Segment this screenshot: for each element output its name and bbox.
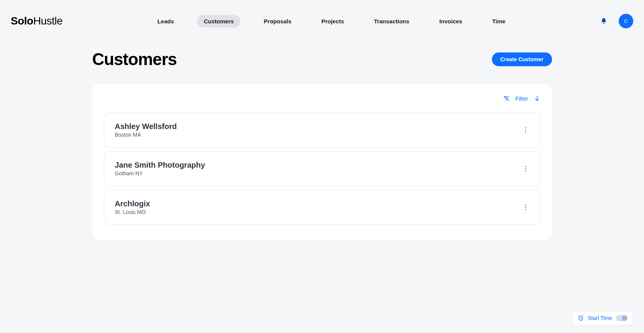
start-time-toggle[interactable] [616, 315, 628, 321]
customer-location: Boston MA [115, 132, 177, 138]
more-vertical-icon[interactable] [522, 126, 529, 134]
svg-point-1 [525, 129, 526, 131]
nav-transactions[interactable]: Transactions [367, 15, 416, 28]
customer-name: Ashley Wellsford [115, 122, 177, 131]
customer-info: Archlogix St. Louis MO [115, 199, 150, 215]
logo[interactable]: SoloHustle [11, 15, 62, 27]
customer-row[interactable]: Ashley Wellsford Boston MA [104, 113, 541, 147]
nav-time[interactable]: Time [485, 15, 513, 28]
svg-point-7 [525, 207, 526, 208]
customer-name: Archlogix [115, 199, 150, 208]
filter-label[interactable]: Filter [515, 95, 528, 102]
svg-point-2 [525, 132, 526, 133]
svg-point-5 [525, 170, 526, 171]
customer-location: St. Louis MO [115, 209, 150, 215]
svg-point-4 [525, 168, 526, 169]
arrow-down-icon[interactable] [534, 95, 541, 102]
more-vertical-icon[interactable] [522, 204, 529, 211]
nav-customers[interactable]: Customers [197, 15, 241, 28]
nav-proposals[interactable]: Proposals [257, 15, 298, 28]
more-vertical-icon[interactable] [522, 165, 529, 173]
customer-info: Jane Smith Photography Gotham NY [115, 161, 205, 176]
customer-location: Gotham NY [115, 170, 205, 176]
nav-projects[interactable]: Projects [315, 15, 351, 28]
page-title: Customers [92, 50, 177, 69]
svg-point-6 [525, 204, 526, 206]
logo-bold: Solo [11, 15, 33, 27]
svg-point-8 [525, 209, 526, 210]
avatar[interactable]: C [619, 14, 633, 28]
header: SoloHustle Leads Customers Proposals Pro… [0, 0, 644, 42]
logo-rest: Hustle [33, 15, 62, 27]
header-right: C [600, 14, 633, 28]
svg-point-3 [525, 166, 526, 167]
page-header: Customers Create Customer [92, 42, 552, 84]
create-customer-button[interactable]: Create Customer [492, 52, 552, 66]
customers-card: Filter Ashley Wellsford Boston MA Jane S… [92, 84, 552, 240]
customer-info: Ashley Wellsford Boston MA [115, 122, 177, 138]
customer-row[interactable]: Jane Smith Photography Gotham NY [104, 151, 541, 186]
customer-row[interactable]: Archlogix St. Louis MO [104, 190, 541, 225]
alarm-clock-icon [578, 315, 584, 321]
customer-name: Jane Smith Photography [115, 161, 205, 170]
nav-leads[interactable]: Leads [151, 15, 181, 28]
notification-bell-icon[interactable] [600, 18, 607, 24]
svg-point-0 [525, 127, 526, 128]
content-area: Customers Create Customer Filter Ashley … [88, 42, 556, 240]
start-time-label: Start Time [588, 315, 612, 321]
filter-row: Filter [104, 95, 541, 102]
nav-invoices[interactable]: Invoices [433, 15, 469, 28]
start-time-widget[interactable]: Start Time [572, 311, 633, 325]
main-nav: Leads Customers Proposals Projects Trans… [151, 15, 513, 28]
filter-off-icon[interactable] [503, 95, 510, 102]
